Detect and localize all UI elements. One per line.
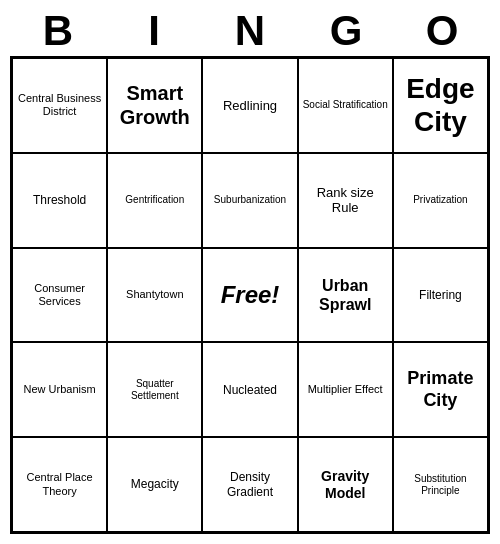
cell-r3c5: Filtering (393, 248, 488, 343)
cell-r5c3: Density Gradient (202, 437, 297, 532)
cell-r4c4: Multiplier Effect (298, 342, 393, 437)
cell-r2c5: Privatization (393, 153, 488, 248)
cell-r1c5: Edge City (393, 58, 488, 153)
cell-r2c1: Threshold (12, 153, 107, 248)
title-i: I (106, 10, 202, 52)
bingo-title: B I N G O (10, 10, 490, 52)
cell-r2c4: Rank size Rule (298, 153, 393, 248)
title-b: B (10, 10, 106, 52)
cell-r3c4: Urban Sprawl (298, 248, 393, 343)
cell-r1c4: Social Stratification (298, 58, 393, 153)
cell-r5c4: Gravity Model (298, 437, 393, 532)
title-g: G (298, 10, 394, 52)
cell-r5c2: Megacity (107, 437, 202, 532)
cell-r4c5: Primate City (393, 342, 488, 437)
cell-r5c1: Central Place Theory (12, 437, 107, 532)
cell-r2c2: Gentrification (107, 153, 202, 248)
title-o: O (394, 10, 490, 52)
bingo-grid: Central Business District Smart Growth R… (10, 56, 490, 534)
cell-r4c2: Squatter Settlement (107, 342, 202, 437)
cell-r4c1: New Urbanism (12, 342, 107, 437)
cell-r1c3: Redlining (202, 58, 297, 153)
cell-r4c3: Nucleated (202, 342, 297, 437)
cell-r2c3: Suburbanization (202, 153, 297, 248)
cell-r3c3-free: Free! (202, 248, 297, 343)
title-n: N (202, 10, 298, 52)
cell-r3c1: Consumer Services (12, 248, 107, 343)
cell-r1c2: Smart Growth (107, 58, 202, 153)
cell-r1c1: Central Business District (12, 58, 107, 153)
cell-r5c5: Substitution Principle (393, 437, 488, 532)
cell-r3c2: Shantytown (107, 248, 202, 343)
